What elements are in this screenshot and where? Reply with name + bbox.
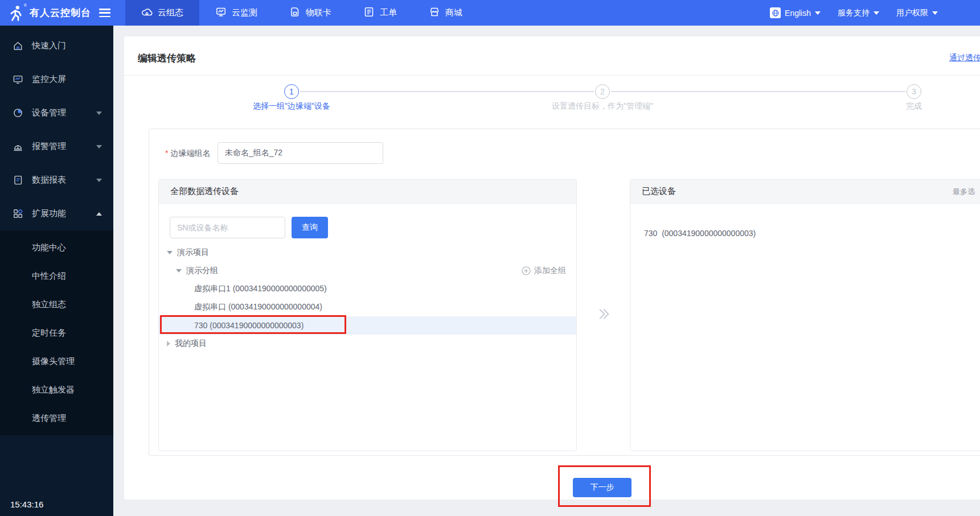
step-2-label: 设置透传目标，作为"管理端" xyxy=(552,101,653,112)
caret-collapsed-icon[interactable] xyxy=(167,341,170,346)
chevron-down-icon xyxy=(932,11,938,15)
passthrough-link[interactable]: 通过透传 xyxy=(949,53,980,63)
step-connector xyxy=(611,91,905,92)
all-devices-panel-title: 全部数据透传设备 xyxy=(170,186,239,197)
step-3-label: 完成 xyxy=(906,101,922,112)
device-search-input[interactable] xyxy=(170,217,285,238)
all-devices-panel-header: 全部数据透传设备 xyxy=(159,180,576,204)
caret-expanded-icon[interactable] xyxy=(176,269,182,273)
brand: ® 有人云控制台 xyxy=(0,5,110,22)
language-select[interactable]: English xyxy=(770,7,821,18)
nav-tab-cloud-scada[interactable]: 云组态 xyxy=(125,0,199,26)
tree-device-730[interactable]: 730 (00034190000000000003) xyxy=(159,316,576,335)
step-3-circle: 3 xyxy=(907,84,921,99)
step-connector xyxy=(300,91,594,92)
add-whole-group-button[interactable]: 添加全组 xyxy=(522,262,566,280)
big-screen-icon xyxy=(13,74,23,85)
pie-chart-icon xyxy=(13,108,23,118)
sidebar-item-quick-start[interactable]: 快速入门 xyxy=(0,29,113,63)
selected-device-item[interactable]: 730 (00034190000000000003) xyxy=(644,229,756,238)
chevron-down-icon xyxy=(96,112,102,115)
device-tree: 演示项目 演示分组 添加全组 xyxy=(159,243,576,353)
sidebar-submenu: 功能中心 中性介绍 独立组态 定时任务 摄像头管理 独立触发器 透传管理 xyxy=(0,230,113,435)
selected-devices-panel-title: 已选设备 xyxy=(642,186,676,197)
divider xyxy=(124,75,980,76)
extensions-grid-icon xyxy=(13,208,23,219)
chevron-down-icon xyxy=(874,11,879,15)
tree-project-my[interactable]: 我的项目 xyxy=(159,335,576,353)
page-title: 编辑透传策略 xyxy=(138,52,196,65)
nav-tab-mall[interactable]: 商城 xyxy=(413,0,478,26)
topbar: ® 有人云控制台 云组态 云监测 xyxy=(0,0,980,26)
all-devices-panel: 全部数据透传设备 查询 演示项目 演示分组 xyxy=(158,179,577,451)
permission-menu[interactable]: 用户权限 xyxy=(896,8,938,18)
step-1-label: 选择一组"边缘端"设备 xyxy=(253,101,330,112)
step-1-circle: 1 xyxy=(284,84,299,99)
chevron-down-icon xyxy=(815,11,821,15)
sidebar-item-extensions[interactable]: 扩展功能 xyxy=(0,197,113,230)
alarm-bell-icon xyxy=(13,141,23,152)
clock: 15:43:16 xyxy=(10,500,43,509)
nav-tab-work-order[interactable]: 工单 xyxy=(347,0,413,26)
all-devices-panel-body: 查询 演示项目 演示分组 xyxy=(159,204,576,451)
sidebar-subitem-passthrough-mgmt[interactable]: 透传管理 xyxy=(0,404,113,432)
registered-mark: ® xyxy=(24,3,27,7)
sidebar-subitem-standalone-trigger[interactable]: 独立触发器 xyxy=(0,375,113,404)
edge-group-name-input[interactable] xyxy=(218,142,383,164)
monitor-chart-icon xyxy=(215,6,227,19)
chevron-down-icon xyxy=(96,179,102,182)
plus-circle-icon xyxy=(522,266,531,275)
brand-title: 有人云控制台 xyxy=(30,6,91,19)
tree-device-virtual-serial[interactable]: 虚拟串口 (00034190000000000004) xyxy=(159,298,576,316)
topbar-right: English 服务支持 用户权限 xyxy=(770,7,980,18)
tree-device-virtual-serial-1[interactable]: 虚拟串口1 (00034190000000000005) xyxy=(159,280,576,298)
sidebar-item-dashboard[interactable]: 监控大屏 xyxy=(0,63,113,96)
report-doc-icon xyxy=(13,175,23,185)
step-content-container: *边缘端组名 全部数据透传设备 查询 演示项目 演示分组 xyxy=(149,129,980,456)
sidebar-subitem-scheduled-tasks[interactable]: 定时任务 xyxy=(0,319,113,347)
search-button[interactable]: 查询 xyxy=(292,217,328,238)
tree-group-demo[interactable]: 演示分组 添加全组 xyxy=(159,262,576,280)
menu-toggle-icon[interactable] xyxy=(99,9,110,17)
top-nav-tabs: 云组态 云监测 物联卡 xyxy=(125,0,478,26)
selected-devices-panel-header: 已选设备 最多选 xyxy=(630,180,980,204)
nav-tab-iot-sim[interactable]: 物联卡 xyxy=(273,0,347,26)
nav-tab-cloud-monitor[interactable]: 云监测 xyxy=(199,0,273,26)
cloud-icon xyxy=(141,6,153,19)
sidebar-subitem-standalone-scada[interactable]: 独立组态 xyxy=(0,290,113,319)
sidebar-item-alarm-mgmt[interactable]: 报警管理 xyxy=(0,130,113,163)
sidebar-subitem-camera-mgmt[interactable]: 摄像头管理 xyxy=(0,347,113,375)
support-menu[interactable]: 服务支持 xyxy=(838,8,879,18)
storefront-icon xyxy=(429,6,440,19)
chevron-down-icon xyxy=(96,145,102,148)
tree-project-demo[interactable]: 演示项目 xyxy=(159,243,576,262)
globe-icon xyxy=(770,7,781,18)
chevron-up-icon xyxy=(96,212,102,216)
main-card: 编辑透传策略 通过透传 1 2 3 选择一组"边缘端"设备 设置透传目标，作为"… xyxy=(124,36,980,500)
double-chevron-right-icon xyxy=(595,306,611,324)
step-2-circle: 2 xyxy=(595,84,610,99)
home-icon xyxy=(13,40,23,51)
sidebar-item-device-mgmt[interactable]: 设备管理 xyxy=(0,96,113,130)
selected-devices-panel: 已选设备 最多选 730 (00034190000000000003) xyxy=(630,179,980,451)
next-step-button[interactable]: 下一步 xyxy=(573,478,632,497)
sidebar-subitem-function-center[interactable]: 功能中心 xyxy=(0,233,113,262)
sidebar: 快速入门 监控大屏 设备管理 xyxy=(0,26,113,516)
edge-group-name-label: *边缘端组名 xyxy=(165,142,210,164)
selection-limit-hint: 最多选 xyxy=(953,180,975,204)
work-order-icon xyxy=(363,6,375,19)
selected-devices-panel-body: 730 (00034190000000000003) xyxy=(630,204,980,451)
usr-person-logo-icon: ® xyxy=(7,5,24,22)
sidebar-item-data-report[interactable]: 数据报表 xyxy=(0,163,113,197)
required-mark: * xyxy=(165,148,168,158)
caret-expanded-icon[interactable] xyxy=(167,251,173,254)
sim-card-icon xyxy=(289,6,301,19)
sidebar-subitem-neutral-intro[interactable]: 中性介绍 xyxy=(0,262,113,290)
